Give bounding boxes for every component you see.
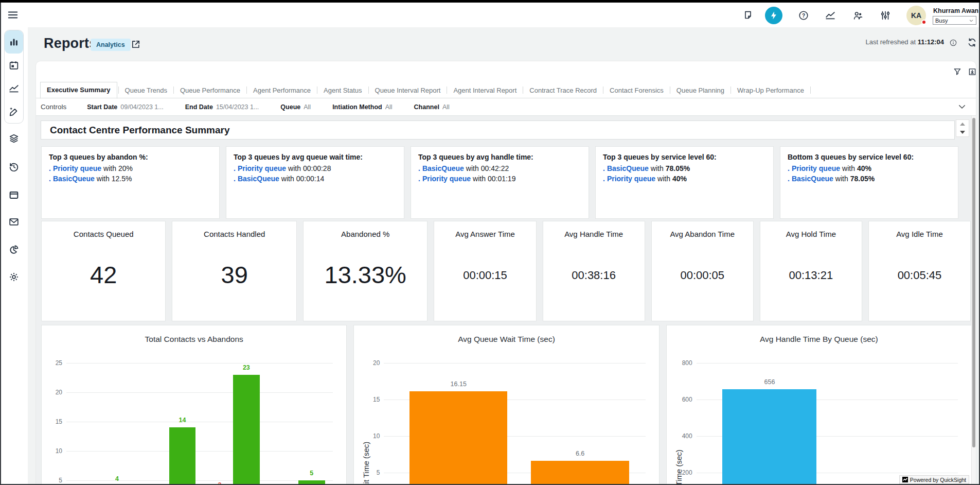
queue-link[interactable]: BasicQueue	[607, 164, 649, 172]
tab-agent-status[interactable]: Agent Status	[318, 83, 367, 98]
kpi-card-contacts-queued[interactable]: Contacts Queued42	[41, 221, 166, 321]
kpi-card-avg-answer-time[interactable]: Avg Answer Time00:00:15	[434, 221, 536, 321]
queue-link[interactable]: BasicQueue	[792, 175, 833, 183]
kpi-card-avg-handle-time[interactable]: Avg Handle Time00:38:16	[543, 221, 645, 321]
insight-value: 78.05%	[850, 175, 875, 183]
tab-queue-trends[interactable]: Queue Trends	[120, 83, 172, 98]
external-link-icon[interactable]	[131, 39, 141, 49]
sidebar-item-mail[interactable]	[8, 216, 20, 228]
sidebar-item-reports[interactable]	[5, 30, 23, 54]
avatar[interactable]: KA	[906, 6, 926, 25]
tab-contact-forensics[interactable]: Contact Forensics	[604, 83, 669, 98]
insight-card-title: Top 3 queues by avg queue wait time:	[234, 153, 397, 161]
dashboard-scrollbar[interactable]	[971, 116, 976, 485]
control-value: All	[385, 103, 393, 111]
last-refreshed-text: Last refreshed at 11:12:04	[866, 38, 945, 46]
tab-agent-performance[interactable]: Agent Performance	[248, 83, 316, 98]
queue-link[interactable]: Priority queue	[607, 175, 655, 183]
help-icon[interactable]: ?	[798, 10, 809, 21]
insight-bullet: .	[234, 164, 236, 172]
main-area: Reports Analytics Last refreshed at 11:1…	[28, 27, 980, 485]
control-end-date[interactable]: End Date15/04/2023 1...	[185, 103, 259, 111]
sidebar-item-analytics[interactable]	[5, 77, 23, 100]
tab-separator	[603, 86, 603, 94]
kpi-card-abandoned[interactable]: Abandoned %13.33%	[303, 221, 427, 321]
sidebar-item-history[interactable]	[8, 161, 20, 172]
sidebar-item-window[interactable]	[8, 189, 20, 201]
insight-bullet: .	[603, 175, 605, 183]
insight-bullet: .	[49, 164, 51, 172]
bar-14[interactable]	[169, 427, 196, 485]
scrollbar-thumb[interactable]	[972, 118, 975, 447]
controls-label: Controls	[41, 103, 66, 111]
notes-icon[interactable]	[742, 10, 754, 21]
bar-5[interactable]	[298, 480, 325, 485]
summary-heading-box: Contact Centre Performance Summary	[41, 120, 955, 140]
scroll-down-button[interactable]	[956, 128, 969, 136]
queue-link[interactable]: BasicQueue	[238, 175, 279, 183]
scroll-up-button[interactable]	[956, 120, 969, 128]
sidebar-item-datasets[interactable]	[8, 133, 20, 144]
queue-link[interactable]: Priority queue	[422, 175, 471, 183]
kpi-card-avg-abandon-time[interactable]: Avg Abandon Time00:00:05	[651, 221, 754, 321]
kpi-label: Contacts Queued	[42, 230, 165, 238]
metrics-icon[interactable]	[825, 10, 836, 21]
kpi-card-avg-hold-time[interactable]: Avg Hold Time00:13:21	[760, 221, 862, 321]
control-channel[interactable]: ChannelAll	[414, 103, 450, 111]
bar-656[interactable]	[722, 389, 816, 485]
insight-line: .Priority queuewith40%	[603, 175, 766, 183]
chart-card-avg-queue-wait-time-sec[interactable]: Avg Queue Wait Time (sec)201510516.156.6…	[353, 325, 659, 485]
insight-row: Top 3 queues by abandon %:.Priority queu…	[41, 146, 958, 219]
y-tick-label: 5	[43, 477, 62, 484]
bar-6.6[interactable]	[531, 461, 629, 485]
queue-link[interactable]: BasicQueue	[53, 175, 95, 183]
tab-contract-trace-record[interactable]: Contract Trace Record	[524, 83, 602, 98]
hamburger-menu-icon[interactable]	[7, 9, 19, 21]
sidebar-item-insights[interactable]	[8, 244, 20, 255]
control-value: All	[304, 103, 311, 111]
bar-23[interactable]	[233, 375, 260, 485]
tab-wrap-up-performance[interactable]: Wrap-Up Performance	[732, 83, 809, 98]
preferences-icon[interactable]	[880, 10, 891, 21]
flash-icon[interactable]	[765, 7, 782, 24]
queue-link[interactable]: Priority queue	[53, 164, 101, 172]
tab-queue-performance[interactable]: Queue Performance	[175, 83, 245, 98]
charts-row: Total Contacts vs Abandons25201510541432…	[41, 325, 972, 485]
control-intiation-method[interactable]: Intiation MethodAll	[332, 103, 392, 111]
queue-link[interactable]: Priority queue	[238, 164, 286, 172]
kpi-card-contacts-handled[interactable]: Contacts Handled39	[172, 221, 296, 321]
sidebar-item-designer[interactable]	[5, 100, 23, 123]
insight-mid-text: with	[281, 175, 294, 183]
agents-icon[interactable]	[852, 10, 864, 21]
export-icon[interactable]	[968, 67, 977, 77]
tab-queue-interval-report[interactable]: Queue Interval Report	[370, 83, 446, 98]
sidebar-item-schedule[interactable]	[5, 54, 23, 77]
bar-16.15[interactable]	[409, 391, 508, 485]
bar-value-label: 16.15	[396, 380, 520, 388]
control-queue[interactable]: QueueAll	[280, 103, 311, 111]
kpi-label: Avg Abandon Time	[652, 230, 753, 238]
control-start-date[interactable]: Start Date09/04/2023 1...	[87, 103, 163, 111]
sidebar-item-settings[interactable]	[8, 271, 20, 283]
insight-mid-text: with	[835, 175, 848, 183]
tab-executive-summary[interactable]: Executive Summary	[40, 82, 117, 99]
bar-value-label: 23	[220, 364, 273, 371]
status-select[interactable]: Busy	[933, 16, 976, 25]
chart-card-avg-handle-time-by-queue-sec[interactable]: Avg Handle Time By Queue (sec)8006004002…	[666, 325, 972, 485]
gridline	[384, 363, 645, 363]
kpi-card-avg-idle-time[interactable]: Avg Idle Time00:05:45	[868, 221, 971, 321]
tab-agent-interval-report[interactable]: Agent Interval Report	[448, 83, 522, 98]
tab-separator	[810, 86, 811, 94]
info-icon[interactable]	[949, 39, 957, 47]
controls-collapse-chevron[interactable]	[957, 102, 967, 111]
insight-mid-text: with	[651, 164, 664, 172]
tab-queue-planning[interactable]: Queue Planning	[671, 83, 729, 98]
history-icon	[8, 161, 20, 172]
chart-card-total-contacts-vs-abandons[interactable]: Total Contacts vs Abandons25201510541432…	[41, 325, 347, 485]
kpi-label: Avg Hold Time	[760, 230, 862, 238]
queue-link[interactable]: Priority queue	[792, 164, 840, 172]
queue-link[interactable]: BasicQueue	[422, 164, 464, 172]
filter-icon[interactable]	[953, 67, 962, 77]
avatar-initials: KA	[911, 11, 921, 20]
refresh-icon[interactable]	[967, 38, 977, 47]
